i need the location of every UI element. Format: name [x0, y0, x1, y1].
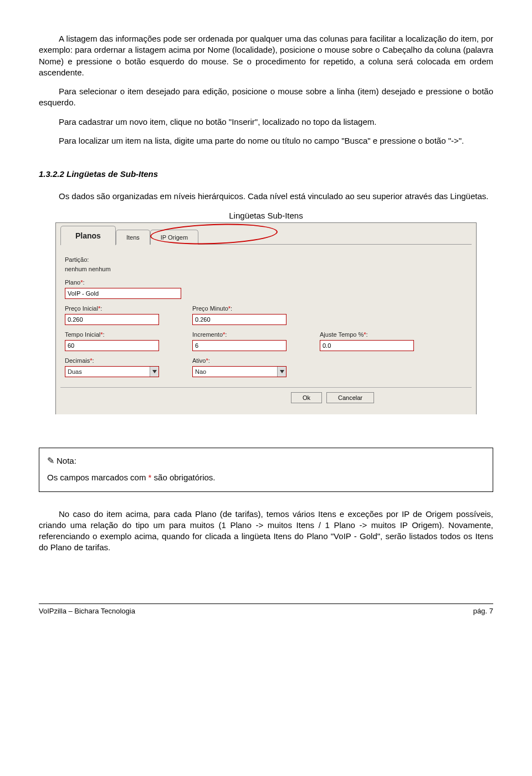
- particao-value: nenhum nenhum: [65, 265, 467, 273]
- section-heading: 1.3.2.2 Lingüetas de Sub-Itens: [39, 169, 493, 180]
- note-box: ✎Nota: Os campos marcados com * são obri…: [39, 448, 493, 492]
- ativo-value: Nao: [193, 367, 277, 377]
- plano-label: Plano*:: [65, 278, 467, 287]
- form-body: Partição: nenhum nenhum Plano*: Preço In…: [56, 245, 476, 377]
- preco-minuto-label: Preço Minuto*:: [192, 305, 303, 313]
- incremento-label: Incremento*:: [192, 331, 303, 339]
- plano-input[interactable]: [65, 288, 181, 299]
- decimais-select[interactable]: Duas: [65, 366, 159, 377]
- form-screenshot: Planos Itens IP Origem Partição: nenhum …: [55, 222, 477, 414]
- form-button-row: Ok Cancelar: [60, 387, 472, 403]
- svg-marker-0: [152, 370, 157, 373]
- ativo-label: Ativo*:: [192, 357, 303, 365]
- tab-itens[interactable]: Itens: [116, 230, 150, 245]
- chevron-down-icon: [150, 367, 158, 377]
- ajuste-label: Ajuste Tempo %*:: [320, 331, 431, 339]
- paragraph-6: No caso do item acima, para cada Plano (…: [39, 509, 493, 554]
- decimais-label: Decimais*:: [65, 357, 176, 365]
- note-body: Os campos marcados com * são obrigatório…: [47, 472, 485, 483]
- note-title: ✎Nota:: [47, 455, 485, 467]
- paragraph-3: Para cadastrar um novo item, clique no b…: [39, 116, 493, 128]
- paragraph-2: Para selecionar o item desejado para edi…: [39, 86, 493, 109]
- tempo-inicial-input[interactable]: [65, 340, 159, 351]
- ajuste-input[interactable]: [320, 340, 414, 351]
- decimais-value: Duas: [65, 367, 150, 377]
- footer-left: VoIPzilla – Bichara Tecnologia: [39, 606, 135, 616]
- chevron-down-icon: [277, 367, 286, 377]
- preco-inicial-label: Preço Inicial*:: [65, 305, 176, 313]
- figure-caption: Lingüetas Sub-Itens: [39, 210, 493, 221]
- preco-minuto-input[interactable]: [192, 314, 287, 325]
- page-footer: VoIPzilla – Bichara Tecnologia pág. 7: [39, 603, 493, 616]
- ok-button[interactable]: Ok: [291, 392, 322, 403]
- tab-planos[interactable]: Planos: [60, 226, 116, 245]
- footer-right: pág. 7: [473, 606, 493, 616]
- hand-icon: ✎: [47, 456, 54, 465]
- incremento-input[interactable]: [192, 340, 287, 351]
- tab-ip-origem[interactable]: IP Origem: [150, 230, 198, 245]
- particao-label: Partição:: [65, 256, 467, 264]
- ativo-select[interactable]: Nao: [192, 366, 287, 377]
- preco-inicial-input[interactable]: [65, 314, 159, 325]
- tab-bar: Planos Itens IP Origem: [56, 223, 476, 244]
- paragraph-1: A listagem das informações pode ser orde…: [39, 33, 493, 78]
- paragraph-5: Os dados são organizadas em níveis hierá…: [39, 191, 493, 202]
- tempo-inicial-label: Tempo Inicial*:: [65, 331, 176, 339]
- svg-marker-1: [280, 370, 284, 373]
- cancel-button[interactable]: Cancelar: [326, 392, 374, 403]
- paragraph-4: Para localizar um item na lista, digite …: [39, 135, 493, 146]
